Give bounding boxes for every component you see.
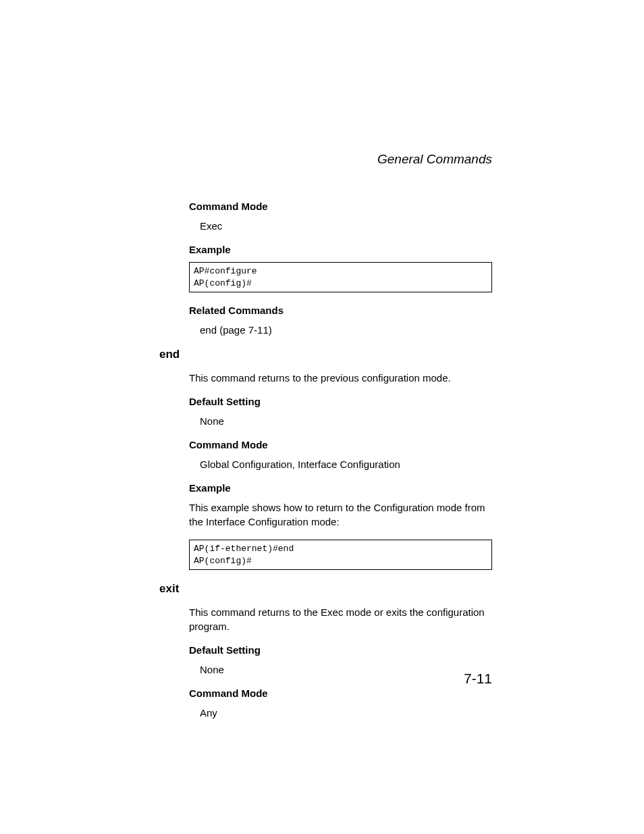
command-mode-value: Global Configuration, Interface Configur…: [200, 457, 492, 471]
page-header-title: General Commands: [159, 152, 492, 167]
example-label: Example: [189, 244, 492, 255]
command-mode-label: Command Mode: [189, 439, 492, 450]
command-mode-label: Command Mode: [189, 201, 492, 212]
page-number: 7-11: [464, 671, 492, 687]
default-setting-label: Default Setting: [189, 396, 492, 407]
end-command-heading: end: [159, 348, 492, 361]
exit-description: This command returns to the Exec mode or…: [189, 605, 492, 633]
example-label: Example: [189, 482, 492, 494]
example-intro-text: This example shows how to return to the …: [189, 500, 492, 529]
example-code-block: AP(if-ethernet)#end AP(config)#: [189, 540, 492, 570]
exit-section: This command returns to the Exec mode or…: [189, 605, 492, 720]
related-commands-label: Related Commands: [189, 305, 492, 316]
default-setting-value: None: [200, 414, 492, 428]
command-mode-value: Any: [200, 706, 492, 720]
default-setting-label: Default Setting: [189, 644, 492, 656]
related-commands-value: end (page 7-11): [200, 323, 492, 337]
example-code-block: AP#configure AP(config)#: [189, 262, 492, 292]
command-mode-label: Command Mode: [189, 687, 492, 699]
default-setting-value: None: [200, 662, 492, 677]
command-mode-value: Exec: [200, 219, 492, 233]
end-description: This command returns to the previous con…: [189, 371, 492, 385]
page-content: General Commands Command Mode Exec Examp…: [0, 0, 644, 720]
exit-command-heading: exit: [159, 582, 492, 596]
end-section: This command returns to the previous con…: [189, 371, 492, 570]
configure-section: Command Mode Exec Example AP#configure A…: [189, 201, 492, 337]
